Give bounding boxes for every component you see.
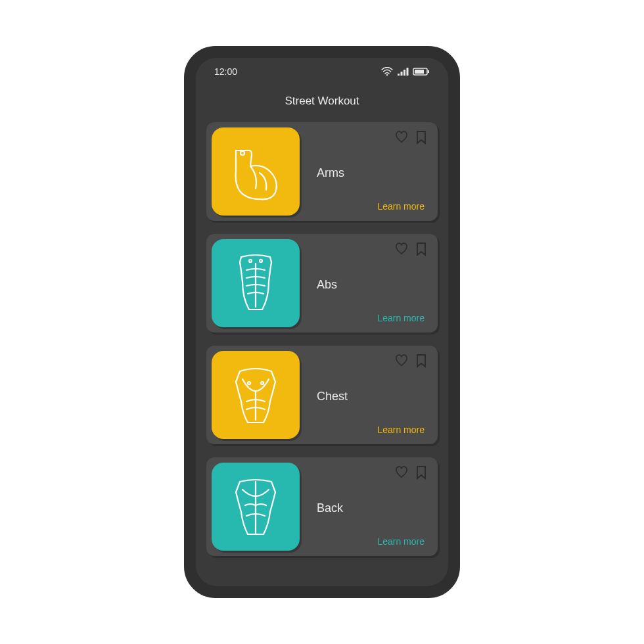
page-title: Street Workout [196,85,448,122]
heart-icon[interactable] [394,465,409,480]
svg-point-14 [261,382,264,384]
card-body: Back Learn more [305,457,438,556]
bookmark-icon[interactable] [415,465,427,480]
learn-more-link[interactable]: Learn more [377,536,425,547]
card-abs[interactable]: Abs Learn more [206,234,438,333]
card-back[interactable]: Back Learn more [206,457,438,556]
wifi-icon [381,67,393,76]
card-body: Abs Learn more [305,234,438,333]
svg-point-13 [248,382,250,384]
svg-point-8 [241,151,244,155]
svg-rect-2 [401,72,403,76]
learn-more-link[interactable]: Learn more [377,201,425,212]
heart-icon[interactable] [394,354,409,368]
svg-rect-7 [428,70,429,73]
svg-point-0 [386,74,388,76]
bookmark-icon[interactable] [415,354,427,368]
card-arms[interactable]: Arms Learn more [206,122,438,221]
heart-icon[interactable] [394,242,409,256]
svg-point-11 [260,260,262,262]
learn-more-link[interactable]: Learn more [377,425,425,435]
signal-icon [397,67,409,76]
abs-icon [212,239,300,327]
card-chest[interactable]: Chest Learn more [206,346,438,444]
bookmark-icon[interactable] [415,130,427,145]
svg-rect-1 [398,74,400,76]
card-body: Chest Learn more [305,346,438,444]
phone-frame: 12:00 Street Workout [184,46,460,598]
bookmark-icon[interactable] [415,242,427,256]
workout-list: Arms Learn more [196,122,448,586]
learn-more-link[interactable]: Learn more [377,313,425,323]
status-bar: 12:00 [196,58,448,85]
card-body: Arms Learn more [305,122,438,221]
battery-icon [413,67,430,76]
heart-icon[interactable] [394,130,409,145]
card-title: Back [317,501,426,515]
screen: 12:00 Street Workout [196,58,448,586]
back-icon [212,463,300,551]
card-title: Arms [317,166,426,180]
chest-icon [212,351,300,439]
svg-rect-4 [407,68,409,76]
status-icons [381,67,430,76]
svg-rect-3 [403,70,405,76]
bicep-icon [212,127,300,216]
card-title: Abs [317,278,426,292]
card-title: Chest [317,390,426,403]
status-time: 12:00 [214,66,237,77]
svg-rect-6 [415,70,424,74]
svg-point-10 [249,260,252,262]
